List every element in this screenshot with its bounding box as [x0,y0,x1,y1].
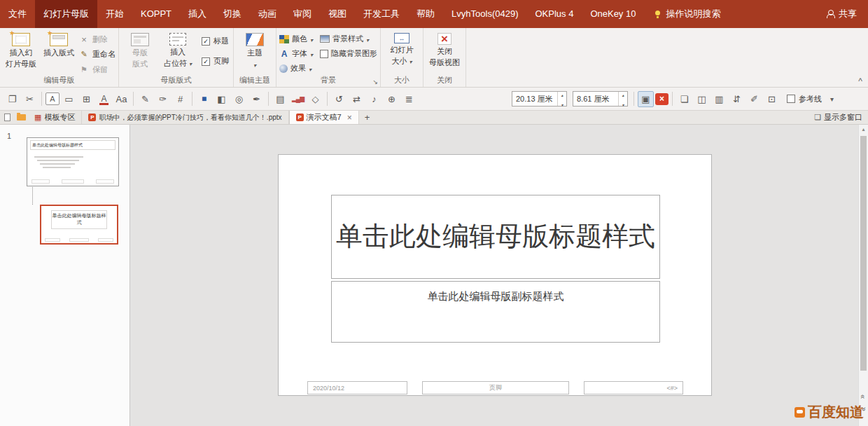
selection-pane-icon[interactable]: ▣ [638,91,654,107]
copy-icon[interactable]: ❐ [4,91,20,107]
close-tool-icon[interactable]: × [655,93,668,105]
colors-button[interactable]: 颜色 [279,32,313,46]
split-columns-icon[interactable]: ◫ [694,91,710,107]
align-lines-icon[interactable]: ≣ [401,91,417,107]
preserve-button[interactable]: 保留 [78,64,115,76]
write-pen-icon[interactable]: ✑ [155,91,171,107]
font-color-icon[interactable]: A [96,91,112,107]
tab-transitions[interactable]: 切换 [215,0,250,28]
stepper-arrows[interactable] [618,92,627,106]
tab-home[interactable]: 开始 [97,0,132,28]
footer-checkbox[interactable]: 页脚 [202,56,229,67]
subtitle-placeholder-text: 单击此处编辑母版副标题样式 [428,290,564,302]
insert-layout-icon [50,33,68,46]
fonts-button[interactable]: 字体 [279,46,313,61]
shape-diamond-icon[interactable]: ◇ [307,91,323,107]
background-styles-button[interactable]: 背景样式 [320,32,377,46]
list-lines-icon[interactable]: ▤ [272,91,288,107]
themes-button[interactable]: 主题 [237,30,273,76]
stepper-arrows[interactable] [557,92,566,106]
text-box-icon[interactable]: A [46,92,59,105]
layout-thumbnail-selected[interactable]: 单击此处编辑母版标题样式 [40,205,118,245]
open-folder-icon[interactable] [14,111,28,124]
tab-onekey[interactable]: OneKey 10 [582,0,644,28]
border-box-icon[interactable]: ⊡ [764,91,780,107]
tab-document-2-active[interactable]: P 演示文稿7 × [289,111,359,124]
step-up-icon[interactable] [622,89,624,99]
swap-arrows-icon[interactable]: ⇄ [349,91,365,107]
shape-height-spinner[interactable]: 8.61 厘米 [573,91,628,106]
gradient-fill-icon[interactable]: ◧ [214,91,230,107]
dialog-launcher-icon[interactable] [372,78,378,85]
new-tab-button[interactable]: + [359,111,376,124]
title-checkbox[interactable]: 标题 [202,36,229,46]
title-placeholder[interactable]: 单击此处编辑母版标题样式 [331,195,660,279]
sort-arrows-icon[interactable]: ⇵ [729,91,745,107]
tab-koppt[interactable]: KOPPT [132,0,180,28]
slide-master-layout[interactable]: 单击此处编辑母版标题样式 单击此处编辑母版副标题样式 2020/10/12 页脚… [278,154,712,396]
subtitle-placeholder[interactable]: 单击此处编辑母版副标题样式 [331,281,660,343]
tab-document-1[interactable]: P 职场中，必须掌握的PPT冷门技巧，看看你知道几个！.pptx [82,111,288,124]
tab-file[interactable]: 文件 [0,0,35,28]
draw-pen-icon[interactable]: ✐ [746,91,762,107]
tab-developer[interactable]: 开发工具 [355,0,408,28]
tab-okplus[interactable]: OKPlus 4 [526,0,582,28]
date-placeholder[interactable]: 2020/10/12 [307,381,407,394]
insert-layout-button[interactable]: 插入版式 [41,30,77,76]
tab-insert[interactable]: 插入 [180,0,215,28]
effects-button[interactable]: 效果 [279,61,313,76]
edit-pen-icon[interactable]: ✎ [137,91,153,107]
chart-icon[interactable]: ▂▄▆ [290,91,306,107]
tell-me-search[interactable]: 操作说明搜索 [654,8,720,20]
previous-slide-icon[interactable]: « [859,392,868,401]
step-down-icon[interactable] [622,99,624,109]
scroll-up-icon[interactable]: ▴ [859,126,868,132]
shape-rect-icon[interactable]: ▭ [61,91,77,107]
table-grid-icon[interactable]: ⊞ [78,91,94,107]
step-down-icon[interactable] [561,99,563,109]
insert-placeholder-button[interactable]: 插入 占位符 [160,30,196,76]
share-button[interactable]: 共享 [826,8,868,20]
group-label-edit-master: 编辑母版 [0,75,118,85]
more-tools-chevron-icon[interactable] [830,95,834,103]
chevron-down-icon [189,59,192,67]
show-multi-window-button[interactable]: 显示多窗口 [814,111,868,124]
ink-pen-icon[interactable]: ✒ [248,91,265,107]
close-tab-icon[interactable]: × [347,113,352,123]
insert-plus-icon[interactable]: ⊕ [384,91,400,107]
grid-hash-icon[interactable]: # [172,91,188,107]
rename-button[interactable]: 重命名 [78,48,115,60]
master-slide-thumbnail[interactable]: 单击此处编辑母版标题样式 [27,137,119,186]
fill-color-icon[interactable]: ■ [196,91,212,107]
tab-template-zone[interactable]: 模板专区 [28,111,82,124]
rows-icon[interactable]: ▥ [711,91,727,107]
close-master-view-button[interactable]: 关闭 母版视图 [426,30,463,76]
vertical-scrollbar[interactable]: ▴ « « [858,125,868,426]
footer-placeholder[interactable]: 页脚 [422,381,569,394]
slide-size-button[interactable]: 幻灯片 大小 [384,30,420,76]
new-document-icon[interactable] [0,111,14,124]
tab-slide-master[interactable]: 幻灯片母版 [35,0,97,28]
slide-thumbnail-panel: 1 单击此处编辑母版标题样式 单击此处编辑母版标题样式 [0,125,130,426]
shape-width-spinner[interactable]: 20.13 厘米 [512,91,567,106]
slide-number-placeholder[interactable]: <#> [584,381,683,394]
tab-animations[interactable]: 动画 [250,0,285,28]
hide-background-graphics-checkbox[interactable]: 隐藏背景图形 [320,46,377,61]
undo-rotate-icon[interactable]: ↺ [331,91,347,107]
effect-circle-icon[interactable]: ◎ [231,91,247,107]
window-icon[interactable]: ❏ [676,91,692,107]
collapse-ribbon-icon[interactable]: ^ [858,76,862,86]
master-layout-button[interactable]: 母版 版式 [122,30,158,76]
tab-help[interactable]: 帮助 [408,0,443,28]
media-note-icon[interactable]: ♪ [366,91,382,107]
tab-view[interactable]: 视图 [320,0,355,28]
scrollbar-thumb[interactable] [860,136,867,371]
tab-review[interactable]: 审阅 [285,0,320,28]
cut-icon[interactable]: ✂ [22,91,38,107]
tab-lvyhtools[interactable]: LvyhTools(0429) [443,0,526,28]
delete-button[interactable]: 删除 [78,34,115,46]
insert-slide-master-button[interactable]: 插入幻 灯片母版 [3,30,39,76]
font-size-icon[interactable]: Aa [113,91,130,107]
guides-checkbox[interactable]: 参考线 [787,94,822,104]
step-up-icon[interactable] [561,89,563,99]
